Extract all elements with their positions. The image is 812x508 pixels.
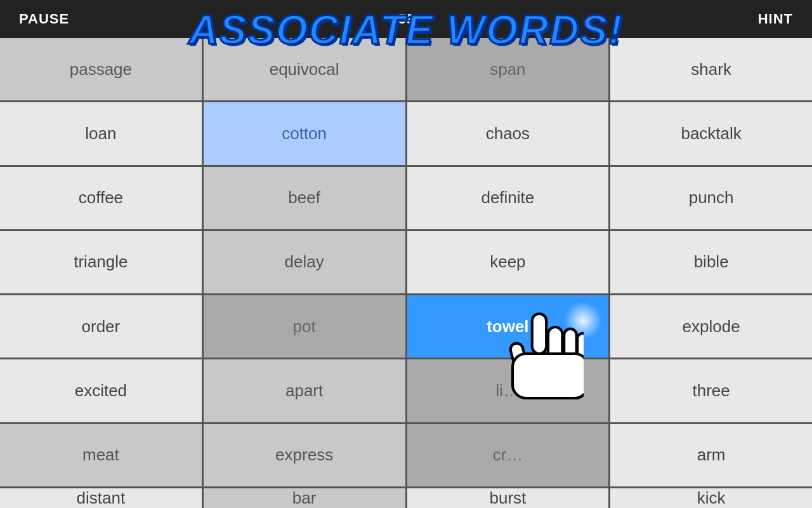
word-label: chaos bbox=[486, 124, 530, 144]
word-cell[interactable]: triangle bbox=[0, 231, 202, 293]
word-label: pot bbox=[293, 317, 316, 337]
word-label: excited bbox=[75, 381, 127, 401]
word-label: kick bbox=[697, 488, 726, 508]
word-label: loan bbox=[85, 124, 116, 144]
word-cell[interactable]: order bbox=[0, 295, 202, 358]
word-label: explode bbox=[683, 317, 740, 337]
word-cell[interactable]: explode bbox=[610, 295, 812, 358]
word-cell[interactable]: kick bbox=[610, 488, 812, 508]
word-label: bar bbox=[292, 488, 317, 508]
word-label: burst bbox=[489, 488, 526, 508]
word-cell[interactable]: keep bbox=[407, 231, 609, 293]
word-label: order bbox=[82, 317, 121, 337]
word-cell[interactable]: three bbox=[610, 359, 812, 422]
word-label: arm bbox=[697, 445, 726, 465]
word-label: apart bbox=[285, 381, 323, 401]
word-cell[interactable]: definite bbox=[407, 167, 609, 229]
word-cell[interactable]: beef bbox=[204, 167, 405, 229]
word-cell[interactable]: backtalk bbox=[610, 102, 812, 164]
word-cell[interactable]: excited bbox=[0, 359, 202, 422]
word-label: express bbox=[275, 445, 333, 465]
word-cell[interactable]: li… bbox=[407, 359, 609, 422]
word-cell[interactable]: apart bbox=[204, 359, 405, 422]
word-label: coffee bbox=[79, 188, 123, 208]
word-label: punch bbox=[689, 188, 734, 208]
word-cell[interactable]: loan bbox=[0, 102, 202, 164]
header: PAUSE 59 HINT bbox=[0, 0, 812, 38]
word-label: li… bbox=[496, 381, 520, 401]
timer-display: 59 bbox=[398, 11, 414, 27]
word-cell[interactable]: bar bbox=[204, 488, 405, 508]
word-label: distant bbox=[77, 488, 126, 508]
word-label: beef bbox=[288, 188, 320, 208]
word-label: delay bbox=[285, 252, 324, 272]
word-cell[interactable]: equivocal bbox=[204, 38, 405, 100]
word-cell[interactable]: shark bbox=[610, 38, 812, 100]
word-cell[interactable]: cotton bbox=[204, 102, 405, 164]
word-cell[interactable]: arm bbox=[610, 424, 812, 486]
word-label: definite bbox=[481, 188, 534, 208]
word-cell[interactable]: passage bbox=[0, 38, 202, 100]
word-cell[interactable]: delay bbox=[204, 231, 405, 293]
word-cell[interactable]: coffee bbox=[0, 167, 202, 229]
word-cell[interactable]: span bbox=[407, 38, 609, 100]
word-cell[interactable]: burst bbox=[407, 488, 609, 508]
word-label: meat bbox=[82, 445, 119, 465]
word-label: cotton bbox=[282, 124, 327, 144]
word-label: backtalk bbox=[681, 124, 741, 144]
word-label: equivocal bbox=[270, 60, 339, 79]
word-label: shark bbox=[691, 60, 731, 79]
word-label: bible bbox=[694, 252, 729, 272]
word-cell[interactable]: pot bbox=[204, 295, 405, 358]
word-cell[interactable]: express bbox=[204, 424, 405, 486]
word-cell[interactable]: bible bbox=[610, 231, 812, 293]
hint-button[interactable]: HINT bbox=[758, 11, 793, 27]
word-label: cr… bbox=[493, 445, 523, 465]
word-cell[interactable]: punch bbox=[610, 167, 812, 229]
word-label: towel bbox=[487, 317, 528, 337]
word-label: keep bbox=[490, 252, 525, 272]
word-cell[interactable]: cr… bbox=[407, 424, 609, 486]
word-grid: passageequivocalspansharkloancottonchaos… bbox=[0, 38, 812, 508]
word-label: triangle bbox=[74, 252, 128, 272]
word-label: three bbox=[692, 381, 730, 401]
pause-button[interactable]: PAUSE bbox=[19, 11, 69, 27]
word-cell[interactable]: distant bbox=[0, 488, 202, 508]
word-cell[interactable]: towel bbox=[407, 295, 609, 358]
word-cell[interactable]: meat bbox=[0, 424, 202, 486]
word-label: span bbox=[490, 60, 525, 79]
word-cell[interactable]: chaos bbox=[407, 102, 609, 164]
word-label: passage bbox=[70, 60, 132, 79]
